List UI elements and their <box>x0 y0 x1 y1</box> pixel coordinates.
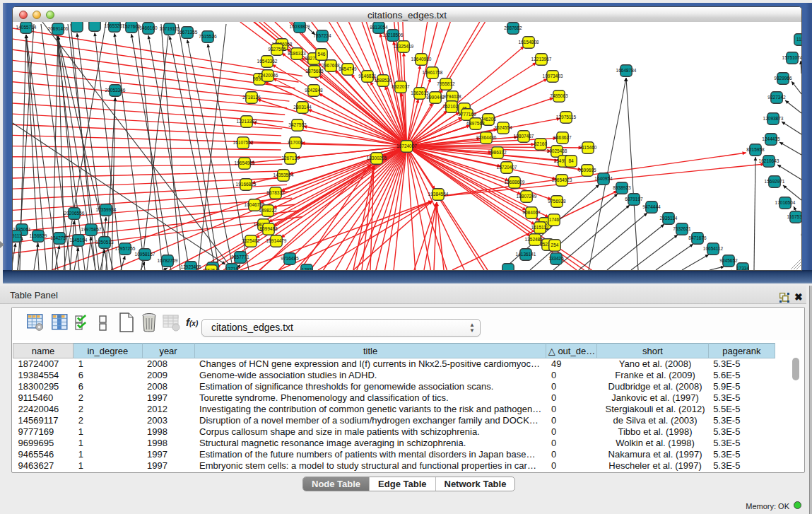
svg-text:9327505: 9327505 <box>268 47 286 52</box>
svg-text:84: 84 <box>568 158 574 163</box>
svg-text:12213383: 12213383 <box>237 119 257 124</box>
svg-text:2935114: 2935114 <box>660 216 678 221</box>
svg-text:15720407: 15720407 <box>497 165 517 170</box>
svg-text:9146821: 9146821 <box>358 74 377 78</box>
svg-text:14055714: 14055714 <box>16 25 37 30</box>
svg-text:12923468: 12923468 <box>181 264 201 269</box>
svg-text:16914479: 16914479 <box>266 238 287 243</box>
svg-text:1498222: 1498222 <box>259 208 277 213</box>
svg-text:20053346: 20053346 <box>105 88 126 93</box>
svg-text:1156829: 1156829 <box>30 233 47 238</box>
svg-text:111: 111 <box>796 37 801 42</box>
svg-text:1250513: 1250513 <box>95 240 114 245</box>
svg-text:10807487: 10807487 <box>514 134 534 139</box>
svg-text:1588520: 1588520 <box>374 78 392 83</box>
svg-text:19166825: 19166825 <box>236 182 257 187</box>
svg-text:9474444: 9474444 <box>642 204 661 209</box>
svg-text:19218506: 19218506 <box>383 33 404 37</box>
svg-text:3427552: 3427552 <box>288 122 307 127</box>
svg-text:7515526: 7515526 <box>199 34 217 39</box>
svg-text:16782759: 16782759 <box>158 258 178 263</box>
svg-text:9084067: 9084067 <box>522 210 541 215</box>
svg-text:2967608: 2967608 <box>322 63 340 68</box>
svg-text:8813054: 8813054 <box>370 25 388 30</box>
svg-text:9245652: 9245652 <box>719 258 738 263</box>
svg-text:8938923: 8938923 <box>613 185 631 190</box>
svg-text:18807249: 18807249 <box>517 194 537 199</box>
svg-text:16648784: 16648784 <box>616 68 637 73</box>
svg-text:19384554: 19384554 <box>428 192 449 197</box>
svg-text:8099488: 8099488 <box>259 226 278 231</box>
svg-text:9794028: 9794028 <box>443 94 461 99</box>
svg-text:9329966: 9329966 <box>774 76 792 81</box>
svg-text:16671355: 16671355 <box>177 30 198 35</box>
svg-text:12093873: 12093873 <box>763 116 784 121</box>
svg-text:2803144: 2803144 <box>293 105 312 110</box>
svg-text:17334: 17334 <box>736 266 749 270</box>
svg-text:10654112: 10654112 <box>703 246 724 251</box>
svg-text:10025438: 10025438 <box>547 148 567 153</box>
svg-text:20691406: 20691406 <box>48 26 69 31</box>
svg-text:7955812: 7955812 <box>437 81 455 86</box>
svg-text:6466160: 6466160 <box>139 25 158 30</box>
svg-text:0699695: 0699695 <box>578 168 596 173</box>
svg-text:17957255: 17957255 <box>115 246 136 251</box>
svg-text:254: 254 <box>551 243 559 247</box>
svg-text:2718126: 2718126 <box>242 95 261 100</box>
svg-text:9756928: 9756928 <box>548 199 566 204</box>
svg-text:7632621: 7632621 <box>673 226 691 231</box>
svg-text:7485063: 7485063 <box>550 93 568 98</box>
svg-text:3875685: 3875685 <box>305 69 324 74</box>
svg-text:19975857: 19975857 <box>81 227 102 232</box>
svg-text:14136141: 14136141 <box>516 252 536 257</box>
svg-text:9242848: 9242848 <box>305 88 323 93</box>
svg-text:15751074: 15751074 <box>782 55 801 60</box>
svg-text:9716485: 9716485 <box>281 256 299 261</box>
svg-text:10973493: 10973493 <box>543 74 563 78</box>
svg-text:12975115: 12975115 <box>556 115 577 119</box>
svg-text:18724007: 18724007 <box>396 144 417 148</box>
svg-text:8322037: 8322037 <box>392 84 410 89</box>
svg-text:16107552: 16107552 <box>233 140 254 145</box>
svg-text:9463627: 9463627 <box>553 135 572 140</box>
svg-text:3267130: 3267130 <box>281 156 300 160</box>
svg-text:16961758: 16961758 <box>423 70 443 75</box>
svg-text:9115460: 9115460 <box>579 145 597 150</box>
svg-text:12213967: 12213967 <box>531 57 552 62</box>
svg-text:20206556: 20206556 <box>64 211 85 216</box>
svg-text:19654985: 19654985 <box>235 160 255 165</box>
svg-text:13716: 13716 <box>225 267 238 270</box>
svg-text:817006: 817006 <box>288 140 303 145</box>
svg-text:8678332: 8678332 <box>266 190 285 195</box>
svg-text:7986372: 7986372 <box>488 150 507 155</box>
svg-text:62160: 62160 <box>534 141 547 146</box>
svg-text:1145194: 1145194 <box>70 238 88 243</box>
svg-text:17016504: 17016504 <box>775 200 796 205</box>
svg-text:19654923: 19654923 <box>552 177 572 182</box>
svg-text:16543362: 16543362 <box>257 59 278 64</box>
svg-text:22420046: 22420046 <box>258 73 278 78</box>
svg-text:1167534: 1167534 <box>787 214 801 219</box>
svg-text:14353594: 14353594 <box>273 173 294 177</box>
svg-text:7625402: 7625402 <box>242 238 260 243</box>
svg-text:1615112: 1615112 <box>531 225 549 230</box>
svg-text:8215958: 8215958 <box>746 147 765 152</box>
svg-text:7857224: 7857224 <box>313 33 331 38</box>
svg-text:17359934: 17359934 <box>96 207 117 212</box>
svg-text:8990448: 8990448 <box>426 95 445 100</box>
svg-text:18300295: 18300295 <box>367 156 387 160</box>
svg-text:1244415: 1244415 <box>762 136 780 141</box>
svg-text:6879197: 6879197 <box>625 197 643 201</box>
svg-text:15692971: 15692971 <box>765 179 785 184</box>
svg-text:1640954: 1640954 <box>594 176 613 181</box>
svg-text:1746: 1746 <box>549 217 560 222</box>
svg-text:10688609: 10688609 <box>505 180 525 185</box>
svg-text:1342757: 1342757 <box>50 235 69 240</box>
svg-text:16154808: 16154808 <box>519 40 539 45</box>
svg-text:133426: 133426 <box>548 256 564 261</box>
svg-text:9777169: 9777169 <box>458 112 476 117</box>
svg-text:1292: 1292 <box>302 267 312 270</box>
svg-text:9227342: 9227342 <box>767 95 786 100</box>
svg-text:8186323: 8186323 <box>288 51 306 56</box>
svg-text:76254: 76254 <box>205 268 218 270</box>
